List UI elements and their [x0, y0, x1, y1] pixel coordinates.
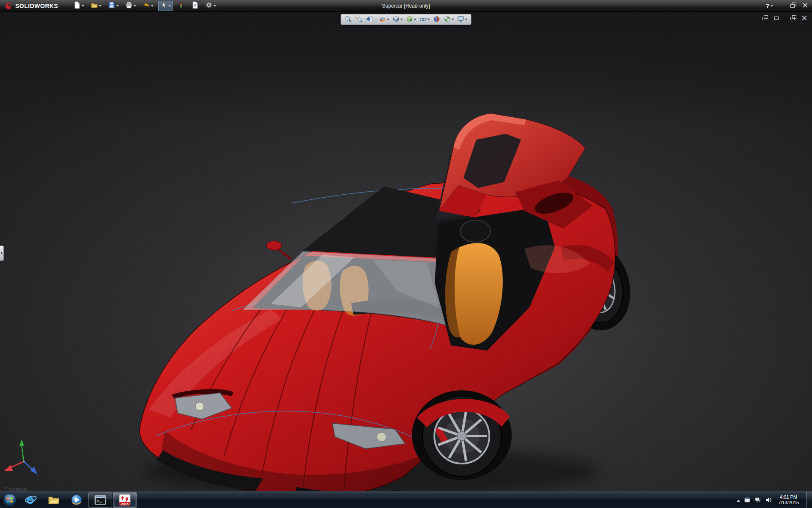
- document-cascade-button[interactable]: [762, 15, 768, 22]
- document-close-icon: [802, 15, 807, 20]
- undo-button[interactable]: [141, 1, 155, 11]
- dropdown-caret-icon: [151, 5, 154, 7]
- view-settings-button[interactable]: [456, 15, 469, 24]
- start-button[interactable]: [0, 491, 19, 508]
- tray-network-icon[interactable]: [754, 497, 761, 503]
- close-button[interactable]: [803, 3, 808, 9]
- dropdown-caret-icon: [116, 5, 119, 7]
- taskbar-items: 2015: [19, 491, 137, 508]
- options-gear-icon: [205, 1, 213, 10]
- viewport[interactable]: *Trimetric: [0, 12, 812, 491]
- solidworks-app-icon: [119, 494, 131, 506]
- open-icon: [91, 1, 98, 10]
- zoom-to-fit-button[interactable]: [343, 15, 354, 24]
- apply-scene-icon: [444, 15, 451, 24]
- document-window-controls: [762, 15, 807, 22]
- dropdown-caret-icon: [452, 19, 454, 20]
- title-bar: SOLIDWORKS: [0, 0, 812, 12]
- view-orientation-cube-icon: [392, 15, 400, 24]
- dropdown-caret-icon: [771, 5, 773, 7]
- dropdown-caret-icon: [214, 5, 216, 7]
- zoom-to-area-icon: [355, 15, 363, 24]
- taskbar-windows-explorer[interactable]: [42, 491, 65, 508]
- display-style-button[interactable]: [405, 15, 418, 24]
- car-model[interactable]: [0, 12, 812, 491]
- chevron-up-icon: [737, 500, 740, 502]
- show-desktop-button[interactable]: [806, 491, 812, 508]
- solidworks-logo: SOLIDWORKS: [4, 2, 58, 10]
- options-button[interactable]: [203, 1, 218, 11]
- heads-up-view-toolbar: [341, 14, 472, 25]
- zoom-to-fit-icon: [345, 15, 352, 24]
- dropdown-caret-icon: [414, 19, 417, 20]
- select-cursor-icon: [160, 1, 167, 10]
- print-icon: [125, 1, 133, 10]
- solidworks-logo-icon: [4, 2, 13, 10]
- help-button[interactable]: ?: [765, 3, 773, 9]
- save-icon: [108, 1, 115, 10]
- restore-button[interactable]: [790, 3, 796, 9]
- document-new-window-button[interactable]: [774, 15, 779, 22]
- orientation-triad[interactable]: [3, 436, 45, 483]
- save-button[interactable]: [106, 1, 121, 11]
- document-restore-icon: [790, 15, 796, 20]
- document-close-button[interactable]: [802, 15, 807, 22]
- zoom-to-area-button[interactable]: [354, 15, 364, 24]
- file-properties-button[interactable]: [189, 1, 200, 11]
- rebuild-button[interactable]: [176, 1, 187, 11]
- view-settings-icon: [457, 15, 465, 24]
- new-document-button[interactable]: [71, 1, 86, 11]
- windows-logo-icon: [3, 493, 17, 507]
- dropdown-caret-icon: [428, 19, 430, 20]
- taskbar: 2015 4:01 PM 7/13/2015: [0, 491, 812, 508]
- previous-view-icon: [366, 15, 373, 24]
- new-document-icon: [73, 1, 81, 10]
- taskbar-internet-explorer[interactable]: [19, 491, 42, 508]
- media-player-icon: [70, 494, 83, 506]
- tray-show-hidden-button[interactable]: [737, 497, 740, 503]
- dropdown-caret-icon: [82, 5, 84, 7]
- system-tray: 4:01 PM 7/13/2015: [737, 491, 812, 508]
- section-view-button[interactable]: [378, 15, 391, 24]
- brand-text: SOLIDWORKS: [15, 3, 58, 9]
- standard-toolbar: [71, 1, 218, 11]
- cascade-windows-icon: [762, 15, 768, 20]
- open-button[interactable]: [89, 1, 103, 11]
- window-controls: [784, 3, 808, 9]
- display-style-icon: [406, 15, 414, 24]
- collapse-arrow-icon: [1, 251, 3, 255]
- tray-app-icon[interactable]: [744, 497, 751, 503]
- window-title: Supercar [Read-only]: [382, 3, 430, 9]
- clock-time: 4:01 PM: [778, 494, 799, 500]
- apply-scene-button[interactable]: [442, 15, 455, 24]
- edit-appearance-button[interactable]: [432, 15, 442, 24]
- title-bar-right: ?: [765, 3, 808, 9]
- tray-volume-icon[interactable]: [765, 497, 772, 503]
- rebuild-icon: [177, 1, 185, 10]
- taskbar-media-player[interactable]: [65, 491, 88, 508]
- folder-icon: [47, 494, 60, 506]
- dropdown-caret-icon: [465, 19, 468, 20]
- panel-collapse-tab[interactable]: [0, 246, 4, 261]
- undo-icon: [143, 1, 150, 10]
- document-restore-button[interactable]: [790, 15, 796, 22]
- file-properties-icon: [191, 1, 199, 10]
- dropdown-caret-icon: [99, 5, 102, 7]
- section-view-icon: [379, 15, 387, 24]
- edit-appearance-icon: [433, 15, 441, 24]
- hide-show-items-icon: [420, 15, 427, 24]
- toolbar-separator: [376, 16, 376, 23]
- taskbar-solidworks[interactable]: 2015: [113, 492, 137, 508]
- new-window-icon: [774, 15, 779, 20]
- hide-show-items-button[interactable]: [418, 15, 431, 24]
- print-button[interactable]: [123, 1, 138, 11]
- view-orientation-button[interactable]: [391, 15, 404, 24]
- view-orientation-label: *Trimetric: [4, 486, 27, 491]
- dropdown-caret-icon: [401, 19, 403, 20]
- select-button[interactable]: [158, 1, 173, 11]
- console-window-icon: [94, 494, 106, 505]
- taskbar-clock[interactable]: 4:01 PM 7/13/2015: [778, 494, 799, 505]
- previous-view-button[interactable]: [365, 15, 375, 24]
- dropdown-caret-icon: [134, 5, 136, 7]
- taskbar-console-app[interactable]: [88, 492, 112, 508]
